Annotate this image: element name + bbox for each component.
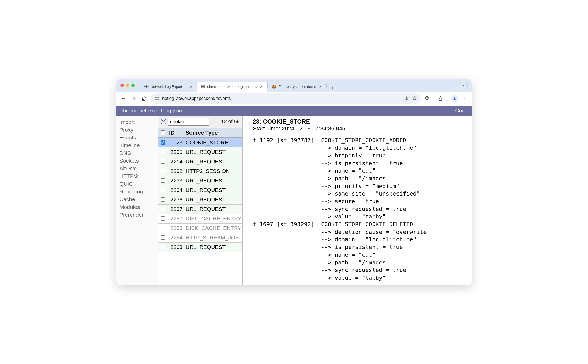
bookmark-icon[interactable] bbox=[412, 96, 417, 101]
row-type: DISK_CACHE_ENTRY bbox=[184, 214, 242, 223]
close-icon[interactable]: ✕ bbox=[259, 85, 263, 89]
profile-button[interactable] bbox=[451, 95, 458, 102]
close-icon[interactable]: ✕ bbox=[318, 85, 322, 89]
cookie-icon: 🍪 bbox=[272, 84, 276, 89]
close-window-button[interactable] bbox=[120, 84, 124, 87]
site-settings-icon[interactable] bbox=[154, 96, 160, 101]
tab-label: chrome-net-export-log.json - … bbox=[207, 85, 257, 89]
loaded-filename: chrome-net-export-log.json bbox=[120, 108, 182, 114]
header-id[interactable]: ID bbox=[168, 128, 184, 137]
maximize-window-button[interactable] bbox=[131, 84, 135, 87]
row-checkbox[interactable] bbox=[161, 226, 165, 230]
row-id: 2234 bbox=[168, 185, 184, 195]
table-row[interactable]: 23COOKIE_STORE bbox=[158, 138, 242, 147]
table-row[interactable]: 2214URL_REQUEST bbox=[158, 157, 242, 166]
row-checkbox[interactable] bbox=[161, 245, 165, 249]
table-row[interactable]: 2205URL_REQUEST bbox=[158, 147, 242, 157]
row-id: 23 bbox=[168, 138, 184, 147]
labs-icon[interactable] bbox=[437, 95, 444, 102]
sidebar-item-reporting[interactable]: Reporting bbox=[119, 188, 154, 196]
sidebar-item-dns[interactable]: DNS bbox=[119, 149, 154, 157]
table-row[interactable]: 2237URL_REQUEST bbox=[158, 205, 242, 214]
sidebar-item-modules[interactable]: Modules bbox=[119, 203, 154, 211]
sidebar-item-sockets[interactable]: Sockets bbox=[119, 157, 154, 165]
sidebar-item-proxy[interactable]: Proxy bbox=[119, 126, 154, 134]
filter-row: (?) 12 of 69 bbox=[158, 116, 242, 128]
row-id: 2263 bbox=[168, 243, 184, 252]
table-row[interactable]: 2232HTTP2_SESSION bbox=[158, 166, 242, 176]
tab-netlog-viewer[interactable]: chrome-net-export-log.json - … ✕ bbox=[197, 82, 267, 92]
row-checkbox[interactable] bbox=[161, 159, 165, 164]
row-checkbox[interactable] bbox=[161, 235, 165, 240]
row-id: 2254 bbox=[168, 233, 184, 242]
tab-cookie-demo[interactable]: 🍪 First-party cookie demo ✕ bbox=[268, 82, 326, 92]
row-checkbox[interactable] bbox=[161, 150, 165, 154]
row-id: 2237 bbox=[168, 205, 184, 214]
detail-title: 23: COOKIE_STORE bbox=[253, 118, 472, 125]
code-link[interactable]: Code bbox=[455, 108, 468, 114]
filter-input[interactable] bbox=[168, 118, 209, 126]
sidebar: Import Proxy Events Timeline DNS Sockets… bbox=[116, 116, 158, 285]
table-row[interactable]: 2263URL_REQUEST bbox=[158, 243, 242, 252]
tab-network-log-export[interactable]: Network Log Export ✕ bbox=[140, 82, 197, 92]
extensions-icon[interactable] bbox=[424, 95, 430, 102]
tab-strip: Network Log Export ✕ chrome-net-export-l… bbox=[116, 79, 472, 92]
table-row[interactable]: 2253DISK_CACHE_ENTRY bbox=[158, 224, 242, 233]
row-checkbox[interactable] bbox=[161, 178, 165, 183]
row-checkbox[interactable] bbox=[161, 140, 165, 145]
back-button[interactable] bbox=[120, 95, 127, 102]
sidebar-item-import[interactable]: Import bbox=[119, 118, 154, 126]
row-type: URL_REQUEST bbox=[184, 157, 242, 166]
svg-point-8 bbox=[465, 100, 465, 100]
row-id: 2214 bbox=[168, 157, 184, 166]
close-icon[interactable]: ✕ bbox=[189, 85, 193, 89]
zoom-icon[interactable] bbox=[404, 96, 409, 101]
tabs: Network Log Export ✕ chrome-net-export-l… bbox=[140, 79, 336, 92]
sidebar-item-http2[interactable]: HTTP/2 bbox=[119, 172, 154, 180]
tab-separator bbox=[326, 83, 327, 88]
menu-icon[interactable] bbox=[462, 95, 468, 102]
row-type: URL_REQUEST bbox=[184, 195, 242, 204]
row-checkbox[interactable] bbox=[161, 216, 165, 221]
tab-label: Network Log Export bbox=[151, 85, 187, 89]
select-all-checkbox[interactable] bbox=[161, 130, 165, 135]
sidebar-item-cache[interactable]: Cache bbox=[119, 196, 154, 203]
new-tab-button[interactable] bbox=[329, 84, 336, 92]
sidebar-item-events[interactable]: Events bbox=[119, 134, 154, 141]
header-source-type[interactable]: Source Type bbox=[184, 128, 242, 137]
table-row[interactable]: 2234URL_REQUEST bbox=[158, 185, 242, 195]
separator bbox=[447, 96, 447, 101]
row-checkbox[interactable] bbox=[161, 207, 165, 211]
detail-log: t=1192 [st=392787] COOKIE_STORE_COOKIE_A… bbox=[253, 137, 472, 282]
sidebar-item-quic[interactable]: QUIC bbox=[119, 180, 154, 188]
row-type: DISK_CACHE_ENTRY bbox=[184, 224, 242, 233]
table-row[interactable]: 2250DISK_CACHE_ENTRY bbox=[158, 214, 242, 224]
sidebar-item-altsvc[interactable]: Alt-Svc bbox=[119, 165, 154, 172]
forward-button[interactable] bbox=[130, 95, 137, 102]
sidebar-item-prerender[interactable]: Prerender bbox=[119, 211, 154, 219]
browser-window: Network Log Export ✕ chrome-net-export-l… bbox=[116, 79, 472, 285]
table-rows: 23COOKIE_STORE2205URL_REQUEST2214URL_REQ… bbox=[158, 138, 242, 252]
table-row[interactable]: 2233URL_REQUEST bbox=[158, 176, 242, 185]
table-row[interactable]: 2254HTTP_STREAM_JOB bbox=[158, 233, 242, 243]
row-checkbox[interactable] bbox=[161, 197, 165, 202]
row-checkbox[interactable] bbox=[161, 188, 165, 192]
address-bar[interactable]: netlog-viewer.appspot.com/#events bbox=[151, 93, 421, 104]
reload-button[interactable] bbox=[141, 95, 148, 102]
table-header: ID Source Type bbox=[158, 128, 242, 138]
row-checkbox[interactable] bbox=[161, 169, 165, 173]
sidebar-item-timeline[interactable]: Timeline bbox=[119, 141, 154, 149]
tab-overflow-button[interactable] bbox=[459, 82, 468, 89]
row-type: URL_REQUEST bbox=[184, 205, 242, 214]
filter-count: 12 of 69 bbox=[221, 119, 240, 125]
row-type: URL_REQUEST bbox=[184, 176, 242, 185]
event-list: (?) 12 of 69 ID Source Type 23COOKIE_STO… bbox=[158, 116, 243, 285]
toolbar-actions bbox=[424, 95, 468, 102]
filter-help-link[interactable]: (?) bbox=[160, 119, 167, 125]
toolbar: netlog-viewer.appspot.com/#events bbox=[116, 92, 472, 106]
minimize-window-button[interactable] bbox=[126, 84, 129, 87]
svg-point-6 bbox=[465, 97, 465, 97]
svg-point-7 bbox=[465, 98, 465, 99]
table-row[interactable]: 2236URL_REQUEST bbox=[158, 195, 242, 205]
row-type: URL_REQUEST bbox=[184, 147, 242, 157]
